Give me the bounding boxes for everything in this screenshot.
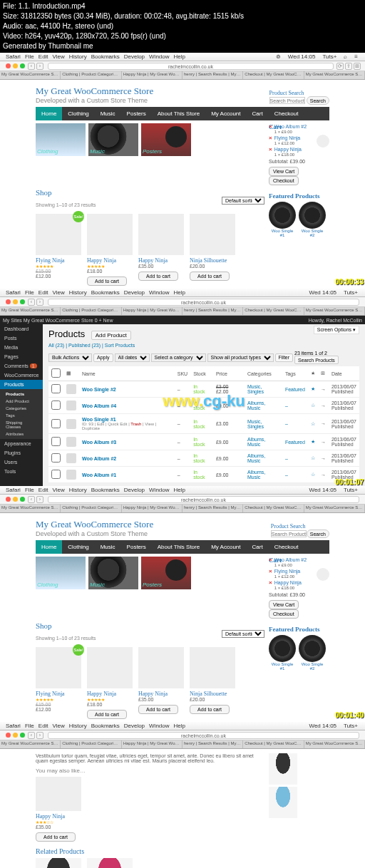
- tags-cell[interactable]: –: [282, 467, 308, 483]
- browser-tab[interactable]: Clothing | Product Categories...: [61, 71, 121, 79]
- product-card[interactable]: Patient Ninja: [36, 858, 81, 868]
- add-to-cart-button[interactable]: Add to cart: [190, 272, 230, 281]
- nav-posters[interactable]: Posters: [121, 107, 152, 120]
- submenu-tags[interactable]: Tags: [0, 412, 43, 419]
- close-window-button[interactable]: [6, 299, 11, 304]
- row-checkbox[interactable]: [51, 453, 61, 463]
- col-featured[interactable]: ★: [308, 366, 318, 381]
- sort-select[interactable]: Default sorting: [222, 197, 264, 205]
- add-to-cart-button[interactable]: Add to cart: [138, 272, 178, 281]
- minimize-window-button[interactable]: [13, 299, 18, 304]
- apply-button[interactable]: Apply: [93, 353, 113, 362]
- menu-bookmarks[interactable]: Bookmarks: [91, 53, 120, 60]
- nav-music[interactable]: Music: [95, 107, 121, 120]
- product-link[interactable]: Woo Single #1: [82, 417, 116, 422]
- menu-develop[interactable]: Develop: [124, 53, 145, 60]
- browser-tab[interactable]: Happy Ninja | My Great Woo...: [122, 71, 182, 79]
- remove-icon[interactable]: ×: [269, 146, 272, 153]
- minimize-window-button[interactable]: [13, 63, 18, 68]
- tags-cell[interactable]: Featured: [282, 381, 308, 398]
- banner-music[interactable]: Music: [88, 123, 138, 156]
- nav-clothing[interactable]: Clothing: [62, 107, 94, 120]
- product-card[interactable]: Happy Ninja ★★★★★ £18.00 Add to cart: [87, 214, 133, 286]
- search-input[interactable]: [269, 97, 305, 104]
- thumb-col[interactable]: ▦: [63, 366, 79, 381]
- menu-edit[interactable]: Edit: [38, 53, 48, 60]
- col-date[interactable]: Date: [329, 366, 359, 381]
- product-link[interactable]: Woo Single #2: [82, 387, 116, 392]
- tags-cell[interactable]: –: [282, 450, 308, 467]
- checkout-button[interactable]: Checkout: [269, 176, 299, 185]
- category-select[interactable]: Select a category: [151, 353, 206, 362]
- menu-media[interactable]: Media: [0, 343, 43, 352]
- browser-tab[interactable]: Checkout | My Great WooCo...: [243, 71, 304, 79]
- menu-comments[interactable]: Comments 1: [0, 361, 43, 371]
- menu-dashboard[interactable]: Dashboard: [0, 324, 43, 334]
- nav-account[interactable]: My Account: [205, 107, 246, 120]
- tabs-button[interactable]: ⊞: [354, 63, 361, 70]
- menu-products[interactable]: Products: [0, 380, 43, 389]
- menu-woocommerce[interactable]: WooCommerce: [0, 371, 43, 380]
- col-categories[interactable]: Categories: [245, 366, 282, 381]
- submenu-products[interactable]: Products: [0, 391, 43, 398]
- featured-toggle[interactable]: ★: [308, 434, 318, 450]
- col-name[interactable]: Name: [79, 366, 175, 381]
- forward-button[interactable]: ›: [36, 299, 43, 306]
- menu-plugins[interactable]: Plugins: [0, 448, 43, 458]
- menu-window[interactable]: Window: [149, 53, 169, 60]
- featured-toggle[interactable]: ☆: [308, 450, 318, 467]
- row-checkbox[interactable]: [51, 384, 61, 393]
- categories-cell[interactable]: Albums, Music: [245, 398, 282, 414]
- featured-item[interactable]: Woo Single #1: [269, 202, 296, 237]
- tags-cell[interactable]: Featured: [282, 434, 308, 450]
- product-card[interactable]: Ninja Silhouette £20.00 Add to cart: [190, 214, 235, 286]
- menu-history[interactable]: History: [69, 53, 87, 60]
- browser-tab[interactable]: henry | Search Results | My G...: [182, 71, 243, 79]
- col-price[interactable]: Price: [213, 366, 245, 381]
- menu-pages[interactable]: Pages: [0, 352, 43, 361]
- product-link[interactable]: Woo Album #3: [82, 440, 116, 445]
- featured-item[interactable]: Woo Single #2: [299, 202, 326, 237]
- row-checkbox[interactable]: [51, 419, 61, 428]
- menu-view[interactable]: View: [53, 53, 65, 60]
- nav-checkout[interactable]: Checkout: [269, 107, 304, 120]
- select-all-checkbox[interactable]: [51, 368, 61, 378]
- close-window-button[interactable]: [6, 63, 11, 68]
- col-sku[interactable]: SKU: [175, 366, 190, 381]
- col-stock[interactable]: Stock: [190, 366, 213, 381]
- app-name[interactable]: Safari: [6, 289, 21, 296]
- menu-file[interactable]: File: [25, 53, 34, 60]
- submenu-attributes[interactable]: Attributes: [0, 430, 43, 438]
- app-name[interactable]: Safari: [6, 53, 21, 60]
- remove-icon[interactable]: ×: [269, 135, 272, 141]
- featured-toggle[interactable]: ☆: [308, 398, 318, 414]
- browser-tab[interactable]: My Great WooCommerce Sto...: [304, 71, 365, 79]
- maximize-window-button[interactable]: [20, 63, 25, 68]
- forward-button[interactable]: ›: [36, 63, 43, 70]
- row-checkbox[interactable]: [51, 401, 61, 410]
- share-button[interactable]: ⇧: [345, 63, 352, 70]
- add-to-cart-button[interactable]: Add to cart: [36, 832, 76, 842]
- wifi-icon[interactable]: ⊚: [276, 53, 281, 60]
- menu-icon[interactable]: ≡: [354, 53, 358, 60]
- address-bar[interactable]: rachelmccollin.co.uk: [48, 63, 334, 70]
- menu-posts[interactable]: Posts: [0, 334, 43, 343]
- add-product-button[interactable]: Add Product: [91, 331, 131, 340]
- view-cart-button[interactable]: View Cart: [269, 167, 299, 176]
- featured-toggle[interactable]: ★: [308, 381, 318, 398]
- browser-tab[interactable]: My Great WooCommerce Sto...: [0, 71, 61, 79]
- maximize-window-button[interactable]: [20, 299, 25, 304]
- featured-toggle[interactable]: ☆: [308, 414, 318, 434]
- row-checkbox[interactable]: [51, 470, 61, 479]
- nav-home[interactable]: Home: [36, 107, 62, 120]
- back-button[interactable]: ‹: [28, 299, 35, 306]
- product-link[interactable]: Woo Album #2: [82, 456, 116, 461]
- back-button[interactable]: ‹: [28, 63, 35, 70]
- screen-options-button[interactable]: Screen Options ▾: [314, 326, 359, 334]
- product-card[interactable]: Happy Ninja ★★★☆☆ £35.00 Add to cart: [36, 777, 81, 842]
- menu-tools[interactable]: Tools: [0, 467, 43, 476]
- dates-select[interactable]: All dates: [115, 353, 150, 362]
- col-type[interactable]: ⊞: [318, 366, 329, 381]
- product-card[interactable]: Sale! Flying Ninja ★★★★★ £15.00 £12.00: [36, 214, 81, 286]
- address-bar[interactable]: rachelmccollin.co.uk: [48, 299, 359, 306]
